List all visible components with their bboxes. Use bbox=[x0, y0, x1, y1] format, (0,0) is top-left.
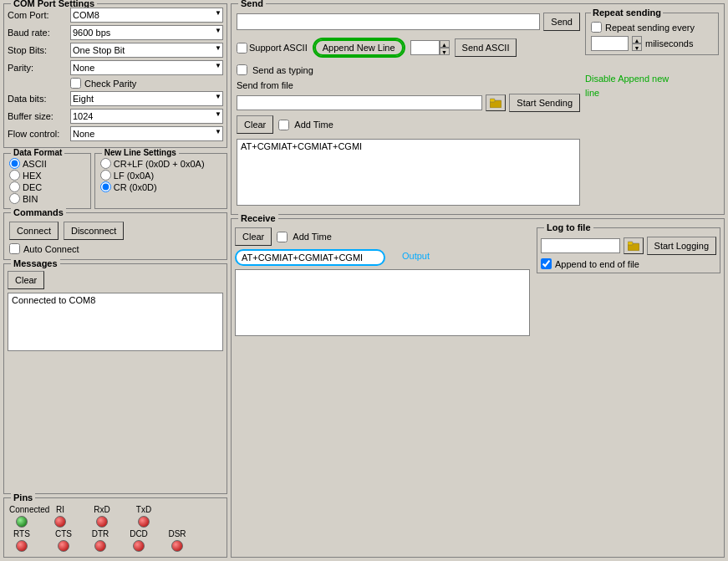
com-port-label: Com Port: bbox=[8, 10, 70, 20]
commands-group: Commands Connect Disconnect Auto Connect bbox=[3, 212, 227, 260]
buffer-size-label: Buffer size: bbox=[8, 111, 70, 121]
pin-ri-label: RI bbox=[48, 505, 73, 514]
pin-rxd-label: RxD bbox=[89, 505, 115, 514]
send-from-file-label: Send from file bbox=[237, 80, 293, 90]
pin-cts-led bbox=[58, 540, 69, 552]
ms-spinner-down[interactable]: ▼ bbox=[632, 43, 642, 51]
check-parity-row: Check Parity bbox=[8, 78, 223, 89]
check-parity-checkbox[interactable] bbox=[70, 78, 81, 89]
receive-main-content[interactable] bbox=[235, 269, 530, 336]
data-bits-label: Data bits: bbox=[8, 94, 70, 104]
connect-button[interactable]: Connect bbox=[9, 222, 59, 240]
auto-connect-checkbox[interactable] bbox=[9, 243, 20, 254]
hex-label: HEX bbox=[23, 171, 42, 181]
pin-dsr-label: DSR bbox=[165, 529, 190, 538]
data-bits-select[interactable]: Eight bbox=[70, 91, 223, 106]
baud-rate-label: Baud rate: bbox=[8, 28, 70, 38]
folder-icon bbox=[490, 98, 501, 108]
flow-control-label: Flow control: bbox=[8, 129, 70, 139]
pin-connected-label: Connected bbox=[9, 505, 34, 514]
flow-control-select[interactable]: None bbox=[70, 126, 223, 141]
messages-group: Messages Clear Connected to COM8 bbox=[3, 263, 227, 494]
cr-radio[interactable] bbox=[100, 181, 111, 192]
messages-content: Connected to COM8 bbox=[8, 293, 223, 351]
dec-radio[interactable] bbox=[9, 181, 20, 192]
support-ascii-checkbox[interactable] bbox=[237, 43, 247, 54]
svg-rect-1 bbox=[490, 99, 495, 102]
com-port-select[interactable]: COM8 bbox=[70, 8, 223, 23]
append-new-line-button[interactable]: Append New Line bbox=[314, 39, 404, 56]
baud-rate-select[interactable]: 9600 bps bbox=[70, 25, 223, 40]
send-as-typing-checkbox[interactable] bbox=[237, 64, 247, 75]
buffer-size-row: Buffer size: 1024 bbox=[8, 109, 223, 124]
repeat-sending-group: Repeat sending Repeat sending every 1000… bbox=[585, 13, 719, 55]
stop-bits-select[interactable]: One Stop Bit bbox=[70, 43, 223, 58]
receive-group: Receive Clear Add Time AT+CGMIAT+CGMIAT+… bbox=[231, 218, 725, 558]
receive-add-time-checkbox[interactable] bbox=[277, 232, 288, 242]
bin-radio[interactable] bbox=[9, 193, 20, 204]
send-add-time-checkbox[interactable] bbox=[278, 120, 289, 130]
send-clear-button[interactable]: Clear bbox=[237, 115, 273, 134]
spinner-up-button[interactable]: ▲ bbox=[440, 40, 450, 48]
crlf-radio[interactable] bbox=[100, 158, 111, 169]
start-logging-button[interactable]: Start Logging bbox=[647, 237, 716, 255]
ascii-radio[interactable] bbox=[9, 158, 20, 169]
receive-add-time-label: Add Time bbox=[293, 232, 331, 242]
ms-spinner-buttons: ▲ ▼ bbox=[632, 36, 642, 51]
pin-ri: RI bbox=[48, 505, 73, 528]
receive-title: Receive bbox=[238, 213, 278, 223]
ms-spinner-up[interactable]: ▲ bbox=[632, 36, 642, 43]
pin-rts-led bbox=[16, 540, 28, 552]
log-browse-button[interactable] bbox=[624, 237, 644, 254]
miliseconds-label: miliseconds bbox=[645, 38, 693, 48]
messages-clear-button[interactable]: Clear bbox=[8, 271, 44, 289]
spinner-down-button[interactable]: ▼ bbox=[440, 48, 450, 55]
append-to-file-checkbox[interactable] bbox=[541, 258, 552, 269]
lf-radio[interactable] bbox=[100, 170, 111, 181]
baud-rate-row: Baud rate: 9600 bps bbox=[8, 25, 223, 40]
pin-dcd-led bbox=[133, 540, 145, 552]
disconnect-button[interactable]: Disconnect bbox=[64, 222, 124, 240]
pin-dtr-label: DTR bbox=[88, 529, 113, 538]
pin-txd-led bbox=[138, 516, 150, 528]
send-ascii-button[interactable]: Send ASCII bbox=[455, 38, 517, 57]
bin-radio-row: BIN bbox=[9, 193, 85, 204]
check-parity-label: Check Parity bbox=[84, 79, 136, 89]
start-sending-button[interactable]: Start Sending bbox=[509, 94, 580, 112]
auto-connect-label: Auto Connect bbox=[23, 244, 79, 254]
pin-txd: TxD bbox=[131, 505, 156, 528]
append-to-file-row: Append to end of file bbox=[541, 258, 716, 269]
log-file-row: Start Logging bbox=[541, 237, 716, 255]
send-content-area[interactable]: AT+CGMIAT+CGMIAT+CGMI bbox=[237, 139, 580, 206]
support-ascii-label: Support ASCII bbox=[237, 43, 308, 54]
ascii-radio-row: ASCII bbox=[9, 158, 85, 169]
send-button[interactable]: Send bbox=[543, 13, 580, 31]
browse-button[interactable] bbox=[486, 94, 506, 111]
receive-clear-button[interactable]: Clear bbox=[235, 227, 272, 246]
com-port-row: Com Port: COM8 bbox=[8, 8, 223, 23]
send-file-input[interactable] bbox=[237, 95, 482, 110]
repeat-sending-checkbox[interactable] bbox=[591, 22, 602, 33]
cr-label: CR (0x0D) bbox=[114, 182, 157, 192]
number-input[interactable]: 65 bbox=[410, 40, 440, 55]
buffer-size-select[interactable]: 1024 bbox=[70, 109, 223, 124]
hex-radio[interactable] bbox=[9, 170, 20, 181]
send-input[interactable]: AT+CGMI bbox=[237, 13, 540, 30]
parity-row: Parity: None bbox=[8, 60, 223, 75]
data-format-group: Data Format ASCII HEX DEC BIN bbox=[3, 153, 91, 209]
send-file-input-row: Start Sending bbox=[237, 94, 580, 112]
receive-content-wrapper: AT+CGMIAT+CGMIAT+CGMI Output bbox=[235, 249, 530, 266]
receive-content-highlight[interactable]: AT+CGMIAT+CGMIAT+CGMI bbox=[235, 249, 385, 266]
miliseconds-input[interactable]: 1000 bbox=[591, 36, 629, 51]
parity-select[interactable]: None bbox=[70, 60, 223, 75]
pin-dcd: DCD bbox=[126, 529, 151, 552]
miliseconds-row: 1000 ▲ ▼ miliseconds bbox=[591, 36, 713, 51]
receive-layout: Clear Add Time AT+CGMIAT+CGMIAT+CGMI Out… bbox=[235, 227, 720, 336]
receive-content-text: AT+CGMIAT+CGMIAT+CGMI bbox=[242, 252, 363, 263]
com-port-settings-group: COM Port Settings Com Port: COM8 Baud ra… bbox=[3, 3, 227, 148]
log-file-input[interactable] bbox=[541, 238, 620, 253]
new-line-settings-group: New Line Settings CR+LF (0x0D + 0x0A) LF… bbox=[94, 153, 227, 209]
pin-rxd-led bbox=[96, 516, 108, 528]
support-ascii-text: Support ASCII bbox=[249, 43, 308, 53]
stop-bits-row: Stop Bits: One Stop Bit bbox=[8, 43, 223, 58]
